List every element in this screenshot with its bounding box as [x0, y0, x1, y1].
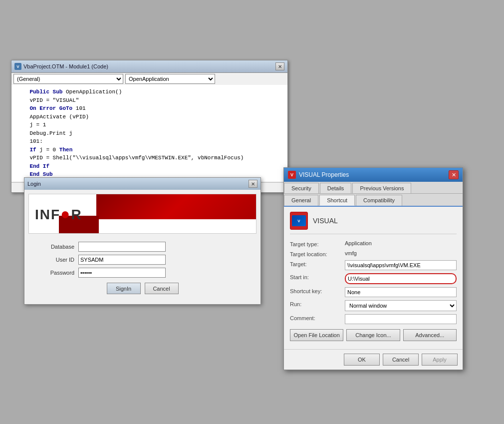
shortcut-key-input[interactable]	[345, 287, 457, 297]
visual-properties-dialog: V VISUAL Properties ✕ Security Details P…	[283, 167, 463, 370]
apply-button[interactable]: Apply	[422, 354, 458, 366]
code-line: AppActivate (vPID)	[16, 113, 282, 121]
props-title-left: V VISUAL Properties	[288, 171, 349, 179]
target-location-label: Target location:	[290, 250, 345, 257]
login-form: Database User ID Password SignIn Cancel	[28, 240, 256, 300]
run-select[interactable]: Normal window Minimized Maximized	[345, 300, 457, 311]
password-label: Password	[38, 270, 74, 276]
infor-red-bar	[96, 194, 256, 219]
start-in-row: Start in:	[290, 273, 457, 284]
vba-icon: V	[14, 63, 21, 70]
infor-banner: INF●R	[28, 194, 256, 234]
code-line: If j = 0 Then	[16, 146, 282, 154]
comment-row: Comment:	[290, 314, 457, 324]
target-location-row: Target location: vmfg	[290, 250, 457, 257]
password-input[interactable]	[78, 268, 166, 278]
tab-previous-versions[interactable]: Previous Versions	[352, 183, 411, 193]
props-app-icon: V	[288, 171, 296, 179]
code-line: 101:	[16, 137, 282, 146]
login-titlebar: Login ✕	[24, 178, 260, 190]
app-header-row: V VISUAL	[290, 212, 457, 234]
props-title: VISUAL Properties	[299, 171, 349, 178]
target-label: Target:	[290, 260, 345, 267]
tabs-row1: Security Details Previous Versions	[284, 182, 463, 194]
userid-input[interactable]	[78, 255, 166, 265]
target-type-value: Application	[345, 240, 372, 246]
ok-button[interactable]: OK	[344, 354, 380, 366]
comment-input[interactable]	[345, 314, 457, 324]
props-close-button[interactable]: ✕	[449, 170, 459, 179]
vba-procedure-dropdown[interactable]: OpenApplication	[125, 74, 215, 84]
login-dialog: Login ✕ INF●R Database User ID Password …	[24, 177, 261, 305]
vba-status-text	[13, 185, 15, 190]
vba-titlebar: V VbaProject.OTM - Module1 (Code) ✕	[11, 60, 287, 73]
open-file-location-button[interactable]: Open File Location	[290, 329, 343, 341]
target-location-value: vmfg	[345, 250, 357, 256]
run-label: Run:	[290, 300, 345, 307]
tab-compatibility[interactable]: Compatibility	[356, 195, 402, 206]
props-body: V VISUAL Target type: Application Target…	[284, 207, 463, 349]
shortcut-key-row: Shortcut key:	[290, 287, 457, 297]
infor-logo: INF●R	[35, 205, 82, 223]
run-row: Run: Normal window Minimized Maximized	[290, 300, 457, 311]
cancel-button[interactable]: Cancel	[145, 283, 179, 294]
vba-title: VbaProject.OTM - Module1 (Code)	[23, 63, 108, 69]
login-close-button[interactable]: ✕	[249, 180, 257, 188]
signin-button[interactable]: SignIn	[107, 283, 141, 294]
code-line: On Error GoTo 101	[16, 104, 282, 113]
tab-details[interactable]: Details	[320, 183, 352, 193]
props-titlebar: V VISUAL Properties ✕	[284, 168, 463, 182]
target-input[interactable]	[345, 260, 457, 270]
dialog-cancel-button[interactable]: Cancel	[383, 354, 419, 366]
target-type-row: Target type: Application	[290, 240, 457, 247]
password-row: Password	[38, 268, 247, 278]
tabs-row2: General Shortcut Compatibility	[284, 194, 463, 207]
shortcut-key-label: Shortcut key:	[290, 287, 345, 294]
vba-code-area[interactable]: Public Sub OpenApplication() vPID = "VIS…	[11, 85, 287, 182]
code-line: End If	[16, 162, 282, 171]
advanced-button[interactable]: Advanced...	[403, 329, 457, 341]
start-in-container	[345, 273, 457, 284]
database-label: Database	[38, 244, 74, 250]
vba-editor-window: V VbaProject.OTM - Module1 (Code) ✕ (Gen…	[11, 60, 288, 193]
infor-dot: ●	[60, 205, 71, 223]
userid-label: User ID	[38, 257, 74, 263]
login-body: INF●R Database User ID Password SignIn C…	[24, 190, 260, 304]
code-line: Public Sub OpenApplication()	[16, 88, 282, 96]
tab-security[interactable]: Security	[284, 183, 319, 193]
vba-close-button[interactable]: ✕	[275, 62, 284, 70]
tab-general[interactable]: General	[284, 195, 318, 206]
vba-titlebar-left: V VbaProject.OTM - Module1 (Code)	[14, 63, 108, 70]
database-row: Database	[38, 242, 247, 252]
start-in-input[interactable]	[345, 273, 457, 284]
code-line: j = 1	[16, 121, 282, 129]
props-actions: Open File Location Change Icon... Advanc…	[290, 329, 457, 341]
comment-label: Comment:	[290, 314, 345, 321]
start-in-label: Start in:	[290, 273, 345, 280]
login-title: Login	[27, 181, 41, 187]
tab-shortcut[interactable]: Shortcut	[319, 195, 355, 206]
login-buttons: SignIn Cancel	[38, 283, 247, 294]
vba-context-dropdown[interactable]: (General)	[13, 74, 123, 84]
code-line: vPID = "VISUAL"	[16, 96, 282, 105]
target-row: Target:	[290, 260, 457, 270]
database-input[interactable]	[78, 242, 166, 252]
app-name: VISUAL	[313, 217, 338, 225]
props-footer: OK Cancel Apply	[284, 349, 463, 370]
app-icon-inner: V	[292, 215, 306, 226]
app-icon: V	[290, 212, 308, 230]
code-line: Debug.Print j	[16, 129, 282, 138]
change-icon-button[interactable]: Change Icon...	[346, 329, 400, 341]
code-line: vPID = Shell("\\visualsql\apps\vmfg\VMES…	[16, 154, 282, 162]
userid-row: User ID	[38, 255, 247, 265]
vba-toolbar: (General) OpenApplication	[11, 73, 287, 85]
target-type-label: Target type:	[290, 240, 345, 247]
